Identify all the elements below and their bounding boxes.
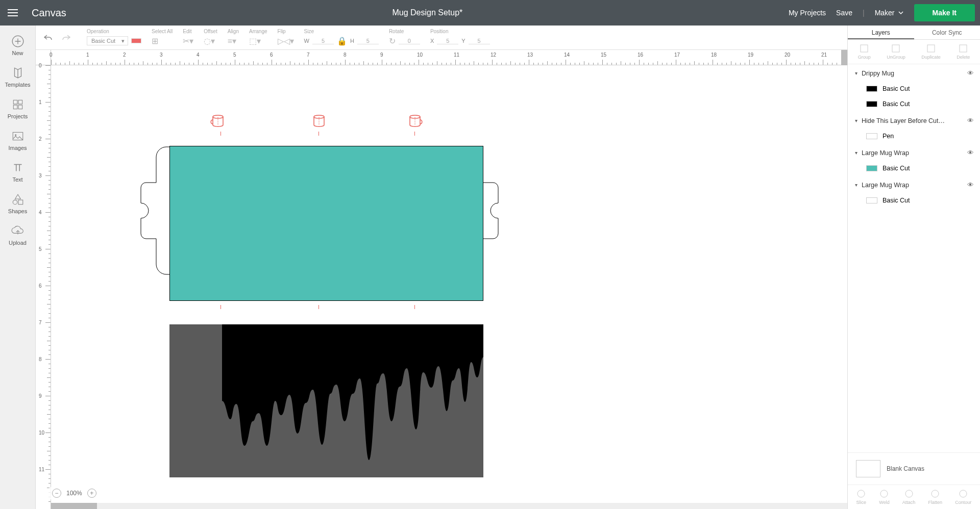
expand-arrow-icon: ▾ — [855, 182, 857, 188]
sidebar-text[interactable]: Text — [0, 156, 35, 188]
tab-layers[interactable]: Layers — [848, 26, 914, 39]
edit-dropdown[interactable]: ✂▾ — [183, 36, 193, 46]
sidebar-label: Text — [12, 176, 22, 183]
my-projects-link[interactable]: My Projects — [789, 9, 826, 17]
design-mat[interactable] — [51, 65, 847, 509]
op-attach[interactable]: Attach — [902, 489, 916, 505]
operation-dropdown[interactable]: Basic Cut — [87, 36, 128, 45]
redo-icon[interactable] — [61, 34, 71, 42]
visibility-eye-icon[interactable]: 👁 — [967, 181, 974, 189]
op-group[interactable]: Group — [858, 44, 871, 60]
layer-swatch — [866, 101, 877, 107]
svg-rect-15 — [960, 45, 967, 52]
mug-marker-icon — [311, 113, 327, 129]
sidebar-label: Upload — [9, 240, 27, 246]
svg-point-19 — [932, 490, 939, 497]
layer-group[interactable]: ▾Drippy Mug👁 — [848, 64, 980, 81]
rotate-icon: ↻ — [389, 36, 396, 46]
layer-group[interactable]: ▾Large Mug Wrap👁 — [848, 176, 980, 193]
sidebar-upload[interactable]: Upload — [0, 219, 35, 251]
upload-icon — [11, 224, 24, 238]
svg-point-6 — [15, 134, 16, 136]
svg-point-20 — [960, 490, 967, 497]
rotate-label: Rotate — [389, 29, 420, 34]
expand-arrow-icon: ▾ — [855, 118, 857, 123]
menu-hamburger[interactable] — [0, 0, 26, 26]
layer-item[interactable]: Pen — [848, 129, 980, 144]
center-tick — [414, 305, 415, 309]
tab-colorsync[interactable]: Color Sync — [914, 26, 981, 39]
align-label: Align — [228, 29, 239, 34]
select-all-button[interactable]: ⊞ — [152, 36, 158, 46]
zoom-out-button[interactable]: − — [52, 489, 61, 498]
op-delete[interactable]: Delete — [957, 44, 970, 60]
ruler-horizontal: 0123456789101112131415161718192021 — [51, 50, 847, 65]
size-label: Size — [304, 29, 379, 34]
sidebar-projects[interactable]: Projects — [0, 93, 35, 124]
svg-point-18 — [905, 490, 913, 497]
project-title[interactable]: Mug Design Setup* — [66, 8, 789, 17]
sidebar-label: Shapes — [8, 208, 27, 214]
horizontal-scrollbar[interactable] — [51, 503, 847, 509]
teal-rectangle[interactable] — [169, 146, 483, 301]
ruler-corner — [36, 50, 51, 65]
pos-y-input[interactable] — [469, 38, 490, 44]
undo-icon[interactable] — [43, 34, 53, 42]
sidebar-images[interactable]: Images — [0, 124, 35, 156]
size-h-input[interactable] — [357, 38, 379, 44]
drippy-design[interactable] — [169, 324, 483, 477]
app-title: Canvas — [32, 7, 66, 19]
save-button[interactable]: Save — [836, 9, 852, 17]
zoom-in-button[interactable]: + — [87, 489, 96, 498]
lock-icon[interactable]: 🔒 — [337, 36, 347, 46]
op-flatten[interactable]: Flatten — [928, 489, 943, 505]
edit-label: Edit — [183, 29, 193, 34]
svg-point-16 — [857, 490, 865, 497]
layer-group[interactable]: ▾Hide This Layer Before Cut…👁 — [848, 112, 980, 129]
op-duplicate[interactable]: Duplicate — [921, 44, 941, 60]
layer-item[interactable]: Basic Cut — [848, 96, 980, 112]
templates-icon — [11, 66, 24, 80]
arrange-dropdown[interactable]: ⬚▾ — [249, 36, 261, 46]
layer-group[interactable]: ▾Large Mug Wrap👁 — [848, 144, 980, 161]
op-weld[interactable]: Weld — [879, 489, 889, 505]
op-slice[interactable]: Slice — [856, 489, 867, 505]
pos-x-input[interactable] — [437, 38, 458, 44]
layer-item[interactable]: Basic Cut — [848, 81, 980, 96]
arrange-label: Arrange — [249, 29, 267, 34]
color-swatch[interactable] — [131, 38, 141, 43]
mug-marker-icon — [408, 113, 424, 129]
svg-rect-8 — [18, 200, 23, 205]
visibility-eye-icon[interactable]: 👁 — [967, 149, 974, 157]
machine-dropdown[interactable]: Maker — [875, 9, 904, 17]
svg-rect-13 — [892, 45, 899, 52]
offset-button[interactable]: ◌▾ — [204, 36, 215, 46]
canvas-label: Blank Canvas — [887, 465, 924, 472]
visibility-eye-icon[interactable]: 👁 — [967, 117, 974, 124]
visibility-eye-icon[interactable]: 👁 — [967, 69, 974, 77]
layer-ops-bottom: SliceWeldAttachFlattenContour — [848, 485, 980, 509]
operation-label: Operation — [87, 29, 141, 34]
sidebar-templates[interactable]: Templates — [0, 61, 35, 93]
make-it-button[interactable]: Make It — [914, 4, 975, 21]
images-icon — [11, 130, 24, 143]
canvas-selector[interactable]: Blank Canvas — [848, 452, 980, 485]
zoom-control: − 100% + — [47, 487, 102, 500]
layer-item[interactable]: Basic Cut — [848, 161, 980, 176]
expand-arrow-icon: ▾ — [855, 70, 857, 76]
svg-point-17 — [880, 490, 888, 497]
select-all-label: Select All — [152, 29, 173, 34]
pos-x-label: X — [430, 38, 434, 44]
op-ungroup[interactable]: UnGroup — [887, 44, 905, 60]
rotate-input[interactable] — [399, 38, 420, 44]
align-dropdown[interactable]: ≡▾ — [228, 36, 236, 46]
sidebar-new[interactable]: New — [0, 30, 35, 61]
offset-label: Offset — [204, 29, 217, 34]
sidebar-shapes[interactable]: Shapes — [0, 188, 35, 219]
edit-toolbar: Operation Basic Cut Select All⊞ Edit✂▾ O… — [36, 26, 980, 50]
flip-dropdown[interactable]: ▷◁▾ — [278, 36, 294, 46]
svg-rect-14 — [927, 45, 935, 52]
layer-item[interactable]: Basic Cut — [848, 193, 980, 208]
op-contour[interactable]: Contour — [955, 489, 971, 505]
size-w-input[interactable] — [312, 38, 334, 44]
